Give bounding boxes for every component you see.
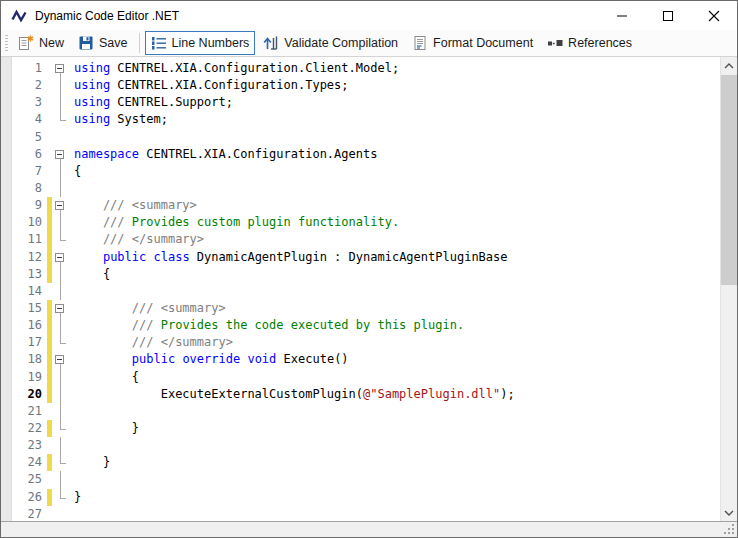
line-number: 24 (11, 454, 47, 471)
fold-margin (52, 111, 70, 128)
code-line: 14 (11, 283, 720, 300)
code-text[interactable]: using CENTREL.Support; (70, 94, 233, 111)
collapse-box-icon[interactable] (55, 304, 64, 313)
code-line: 12 public class DynamicAgentPlugin : Dyn… (11, 249, 720, 266)
line-number: 9 (11, 197, 47, 214)
code-text[interactable]: /// Provides the code executed by this p… (70, 317, 464, 334)
format-document-button[interactable]: Format Document (406, 31, 539, 55)
fold-margin (52, 317, 70, 334)
line-number: 21 (11, 403, 47, 420)
code-line: 10 /// Provides custom plugin functional… (11, 214, 720, 231)
fold-margin (52, 420, 70, 437)
window-title: Dynamic Code Editor .NET (35, 9, 179, 23)
validate-compilation-label: Validate Compilation (284, 36, 398, 50)
code-text[interactable]: using System; (70, 111, 168, 128)
close-button[interactable] (691, 1, 737, 30)
collapse-box-icon[interactable] (55, 150, 64, 159)
collapse-box-icon[interactable] (55, 64, 64, 73)
fold-toggle[interactable] (52, 300, 70, 317)
fold-toggle[interactable] (52, 60, 70, 77)
line-number: 19 (11, 369, 47, 386)
validate-compilation-button[interactable]: Validate Compilation (257, 31, 404, 55)
code-text[interactable]: } (70, 489, 81, 506)
collapse-box-icon[interactable] (55, 201, 64, 210)
code-line: 17 /// </summary> (11, 334, 720, 351)
fold-margin (52, 214, 70, 231)
line-number: 14 (11, 283, 47, 300)
scrollbar-thumb[interactable] (721, 75, 737, 285)
code-line: 26} (11, 489, 720, 506)
format-document-label: Format Document (433, 36, 533, 50)
line-number: 12 (11, 249, 47, 266)
fold-toggle[interactable] (52, 197, 70, 214)
fold-margin (52, 437, 70, 454)
code-line: 3using CENTREL.Support; (11, 94, 720, 111)
fold-margin (52, 369, 70, 386)
collapse-box-icon[interactable] (55, 253, 64, 262)
code-text[interactable]: /// Provides custom plugin functionality… (70, 214, 399, 231)
code-text[interactable]: using CENTREL.XIA.Configuration.Types; (70, 77, 349, 94)
minimize-button[interactable] (599, 1, 645, 30)
code-line: 7{ (11, 163, 720, 180)
code-text[interactable]: { (70, 163, 81, 180)
code-text[interactable]: using CENTREL.XIA.Configuration.Client.M… (70, 60, 399, 77)
line-numbers-label: Line Numbers (172, 36, 250, 50)
resize-grip[interactable] (724, 524, 735, 535)
status-strip (1, 521, 737, 537)
line-number: 18 (11, 351, 47, 368)
code-line: 13 { (11, 266, 720, 283)
code-line: 5 (11, 129, 720, 146)
references-button[interactable]: References (541, 31, 638, 55)
caption-buttons (599, 1, 737, 30)
line-number: 1 (11, 60, 47, 77)
code-text[interactable]: public class DynamicAgentPlugin : Dynami… (70, 249, 508, 266)
fold-margin (52, 77, 70, 94)
code-text[interactable]: } (70, 454, 110, 471)
code-text[interactable]: { (70, 369, 139, 386)
references-icon (547, 35, 563, 51)
line-number: 11 (11, 231, 47, 248)
code-line: 16 /// Provides the code executed by thi… (11, 317, 720, 334)
code-text[interactable]: ExecuteExternalCustomPlugin(@"SamplePlug… (70, 386, 515, 403)
code-line: 22 } (11, 420, 720, 437)
code-text[interactable]: /// <summary> (70, 300, 226, 317)
toolbar-grip[interactable] (5, 35, 8, 51)
code-text[interactable]: namespace CENTREL.XIA.Configuration.Agen… (70, 146, 377, 163)
vertical-scrollbar[interactable] (720, 57, 737, 521)
save-icon (78, 35, 94, 51)
new-button[interactable]: New (12, 31, 70, 55)
line-number: 6 (11, 146, 47, 163)
line-number: 5 (11, 129, 47, 146)
scroll-down-button[interactable] (721, 504, 737, 521)
code-text[interactable]: /// </summary> (70, 231, 204, 248)
code-text[interactable]: /// </summary> (70, 334, 233, 351)
code-text[interactable]: public override void Execute() (70, 351, 349, 368)
code-text[interactable]: /// <summary> (70, 197, 197, 214)
maximize-button[interactable] (645, 1, 691, 30)
app-icon (11, 8, 27, 24)
save-button-label: Save (99, 36, 128, 50)
fold-toggle[interactable] (52, 146, 70, 163)
code-lines[interactable]: 1using CENTREL.XIA.Configuration.Client.… (11, 57, 720, 521)
line-number: 25 (11, 471, 47, 488)
format-document-icon (412, 35, 428, 51)
scroll-up-button[interactable] (721, 57, 737, 74)
line-number: 16 (11, 317, 47, 334)
line-number: 20 (11, 386, 47, 403)
line-number: 26 (11, 489, 47, 506)
code-text[interactable]: } (70, 420, 139, 437)
minimize-icon (616, 10, 628, 22)
code-text[interactable]: { (70, 266, 110, 283)
new-button-label: New (39, 36, 64, 50)
new-document-icon (18, 35, 34, 51)
code-editor[interactable]: 1using CENTREL.XIA.Configuration.Client.… (1, 57, 737, 521)
references-label: References (568, 36, 632, 50)
line-numbers-toggle[interactable]: Line Numbers (145, 31, 256, 55)
fold-margin (52, 180, 70, 197)
collapse-box-icon[interactable] (55, 355, 64, 364)
fold-toggle[interactable] (52, 351, 70, 368)
save-button[interactable]: Save (72, 31, 134, 55)
fold-toggle[interactable] (52, 249, 70, 266)
line-numbers-icon (151, 35, 167, 51)
titlebar[interactable]: Dynamic Code Editor .NET (1, 1, 737, 30)
